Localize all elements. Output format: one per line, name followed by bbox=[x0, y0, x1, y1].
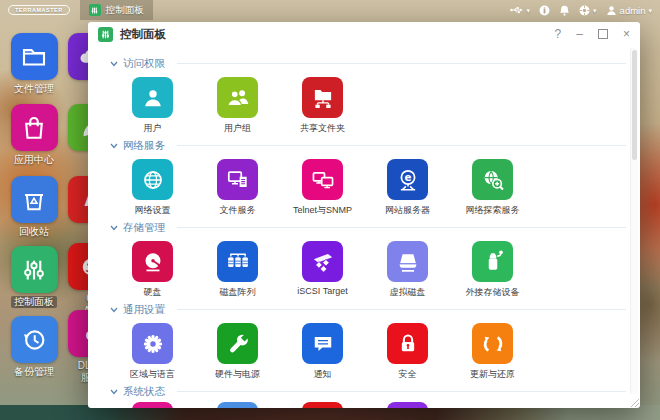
desktop-tile[interactable] bbox=[11, 33, 58, 80]
desktop-icon-控制面板[interactable]: 控制面板 bbox=[9, 246, 59, 308]
taskbar-tab-control-panel[interactable]: 控制面板 bbox=[80, 0, 153, 20]
app-通知[interactable]: 通知 bbox=[280, 323, 365, 381]
app-iSCSI Target[interactable]: iSCSI Target bbox=[280, 241, 365, 299]
app-外接存储设备[interactable]: 外接存储设备 bbox=[450, 241, 535, 299]
minimize-button[interactable]: – bbox=[576, 28, 583, 40]
chevron-down-icon bbox=[110, 225, 118, 231]
app-Telnet与SNMP[interactable]: Telnet与SNMP bbox=[280, 159, 365, 217]
close-button[interactable]: × bbox=[623, 28, 630, 40]
usb-device-menu[interactable]: ▾ bbox=[510, 5, 531, 15]
desktop-icon-label: 应用中心 bbox=[14, 154, 54, 166]
app-tile[interactable] bbox=[387, 323, 428, 364]
section-divider bbox=[177, 145, 626, 146]
settings-menu[interactable]: ▾ bbox=[579, 5, 597, 16]
app-tile[interactable]: e bbox=[387, 159, 428, 200]
app-tile[interactable] bbox=[132, 159, 173, 200]
app-文件服务[interactable]: 文件服务 bbox=[195, 159, 280, 217]
users-icon bbox=[225, 85, 251, 111]
app-tile[interactable] bbox=[472, 241, 513, 282]
user-icon bbox=[140, 85, 166, 111]
scrollbar-thumb[interactable] bbox=[632, 50, 637, 160]
section-header[interactable]: 系统状态 bbox=[110, 384, 626, 399]
app-tile[interactable] bbox=[472, 159, 513, 200]
app-tile[interactable] bbox=[302, 77, 343, 118]
folder-icon bbox=[19, 42, 49, 72]
file-service-icon bbox=[225, 167, 251, 193]
desktop-tile[interactable] bbox=[11, 316, 58, 363]
notifications-button[interactable] bbox=[559, 5, 570, 16]
app-网络设置[interactable]: 网络设置 bbox=[110, 159, 195, 217]
app-partial[interactable] bbox=[280, 402, 365, 408]
iscsi-icon bbox=[310, 249, 336, 275]
app-硬盘[interactable]: 硬盘 bbox=[110, 241, 195, 299]
app-tile[interactable] bbox=[132, 323, 173, 364]
control-panel-window: 控制面板 ? – × 访问权限用户用户组共享文件夹网络服务网络设置文件服务Tel… bbox=[88, 22, 640, 408]
section-header[interactable]: 存储管理 bbox=[110, 220, 626, 235]
info-button[interactable]: i bbox=[539, 5, 550, 16]
app-label: 虚拟磁盘 bbox=[390, 286, 426, 299]
app-partial[interactable] bbox=[195, 402, 280, 408]
section-divider bbox=[177, 227, 626, 228]
maximize-button[interactable] bbox=[598, 29, 608, 39]
desktop-icon-备份管理[interactable]: 备份管理 bbox=[9, 316, 59, 378]
section-title: 存储管理 bbox=[123, 221, 165, 235]
window-controls: ? – × bbox=[555, 28, 630, 40]
app-tile[interactable] bbox=[302, 241, 343, 282]
app-label: 用户组 bbox=[224, 122, 251, 135]
app-tile[interactable] bbox=[217, 241, 258, 282]
app-用户组[interactable]: 用户组 bbox=[195, 77, 280, 135]
svg-text:i: i bbox=[543, 6, 546, 15]
app-硬件与电源[interactable]: 硬件与电源 bbox=[195, 323, 280, 381]
user-menu[interactable]: admin ▾ bbox=[606, 5, 652, 16]
app-tile[interactable] bbox=[217, 402, 258, 408]
chevron-down-icon bbox=[110, 307, 118, 313]
globe-icon bbox=[140, 167, 166, 193]
app-tile[interactable] bbox=[132, 402, 173, 408]
app-tile[interactable] bbox=[217, 77, 258, 118]
app-共享文件夹[interactable]: 共享文件夹 bbox=[280, 77, 365, 135]
svg-text:e: e bbox=[404, 171, 411, 183]
desktop-icon-文件管理[interactable]: 文件管理 bbox=[9, 33, 59, 95]
app-用户[interactable]: 用户 bbox=[110, 77, 195, 135]
desktop-tile[interactable] bbox=[11, 246, 58, 293]
app-tile[interactable] bbox=[302, 323, 343, 364]
app-label: 外接存储设备 bbox=[466, 286, 520, 299]
desktop-icon-回收站[interactable]: 回收站 bbox=[9, 176, 59, 238]
desktop-tile[interactable] bbox=[11, 104, 58, 151]
app-tile[interactable] bbox=[132, 241, 173, 282]
desktop-icon-应用中心[interactable]: 应用中心 bbox=[9, 104, 59, 166]
desktop-tile[interactable] bbox=[11, 176, 58, 223]
desktop-icon-label: 文件管理 bbox=[14, 83, 54, 95]
backup-icon bbox=[19, 325, 49, 355]
app-区域与语言[interactable]: 区域与语言 bbox=[110, 323, 195, 381]
help-button[interactable]: ? bbox=[555, 28, 562, 40]
app-更新与还原[interactable]: 更新与还原 bbox=[450, 323, 535, 381]
terramaster-logo[interactable]: TERRAMASTER bbox=[8, 5, 70, 15]
app-tile[interactable] bbox=[132, 77, 173, 118]
app-tile[interactable] bbox=[472, 323, 513, 364]
app-partial[interactable] bbox=[110, 402, 195, 408]
section-title: 网络服务 bbox=[123, 139, 165, 153]
app-tile[interactable] bbox=[387, 241, 428, 282]
section-grid: 硬盘磁盘阵列iSCSI Target虚拟磁盘外接存储设备 bbox=[110, 241, 626, 299]
section-系统状态: 系统状态 bbox=[110, 384, 626, 408]
section-header[interactable]: 通用设置 bbox=[110, 302, 626, 317]
app-tile[interactable] bbox=[302, 159, 343, 200]
app-tile[interactable] bbox=[217, 323, 258, 364]
app-安全[interactable]: 安全 bbox=[365, 323, 450, 381]
section-header[interactable]: 访问权限 bbox=[110, 56, 626, 71]
app-虚拟磁盘[interactable]: 虚拟磁盘 bbox=[365, 241, 450, 299]
app-tile[interactable] bbox=[302, 402, 343, 408]
control-panel-icon bbox=[19, 255, 49, 285]
region-icon bbox=[140, 331, 166, 357]
app-网站服务器[interactable]: e网站服务器 bbox=[365, 159, 450, 217]
app-label: 文件服务 bbox=[220, 204, 256, 217]
app-网络探索服务[interactable]: 网络探索服务 bbox=[450, 159, 535, 217]
app-tile[interactable] bbox=[217, 159, 258, 200]
app-tile[interactable] bbox=[387, 402, 428, 408]
window-scrollbar[interactable] bbox=[630, 48, 638, 394]
app-磁盘阵列[interactable]: 磁盘阵列 bbox=[195, 241, 280, 299]
window-titlebar[interactable]: 控制面板 ? – × bbox=[88, 22, 640, 46]
section-header[interactable]: 网络服务 bbox=[110, 138, 626, 153]
app-partial[interactable] bbox=[365, 402, 450, 408]
